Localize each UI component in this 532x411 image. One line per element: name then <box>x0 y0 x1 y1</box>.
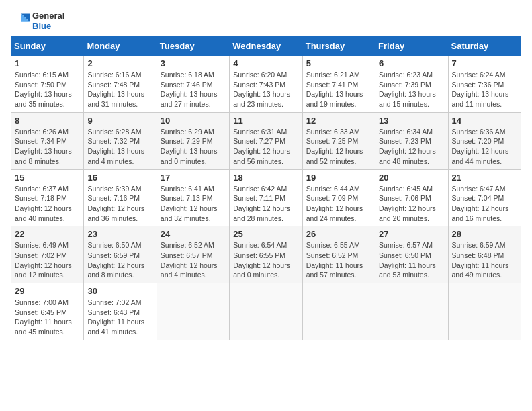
weekday-header-saturday: Saturday <box>448 37 521 56</box>
calendar-cell: 22Sunrise: 6:49 AM Sunset: 7:02 PM Dayli… <box>11 226 84 283</box>
day-number: 14 <box>452 116 517 126</box>
calendar-cell: 6Sunrise: 6:23 AM Sunset: 7:39 PM Daylig… <box>375 56 448 113</box>
day-info: Sunrise: 6:34 AM Sunset: 7:23 PM Dayligh… <box>379 127 444 167</box>
day-number: 20 <box>379 173 444 183</box>
calendar-week-2: 8Sunrise: 6:26 AM Sunset: 7:34 PM Daylig… <box>11 112 521 169</box>
calendar-cell: 7Sunrise: 6:24 AM Sunset: 7:36 PM Daylig… <box>448 56 521 113</box>
weekday-header-sunday: Sunday <box>11 37 84 56</box>
day-info: Sunrise: 6:29 AM Sunset: 7:29 PM Dayligh… <box>161 127 226 167</box>
day-number: 29 <box>15 286 80 296</box>
calendar-cell <box>375 283 448 340</box>
day-info: Sunrise: 6:44 AM Sunset: 7:09 PM Dayligh… <box>306 184 371 224</box>
calendar-cell: 3Sunrise: 6:18 AM Sunset: 7:46 PM Daylig… <box>157 56 229 113</box>
day-number: 18 <box>233 173 298 183</box>
calendar-week-3: 15Sunrise: 6:37 AM Sunset: 7:18 PM Dayli… <box>11 169 521 226</box>
day-info: Sunrise: 6:41 AM Sunset: 7:13 PM Dayligh… <box>161 184 226 224</box>
calendar-cell: 30Sunrise: 7:02 AM Sunset: 6:43 PM Dayli… <box>84 283 157 340</box>
day-number: 15 <box>15 173 80 183</box>
calendar-cell: 2Sunrise: 6:16 AM Sunset: 7:48 PM Daylig… <box>84 56 157 113</box>
day-number: 24 <box>161 229 226 239</box>
day-number: 10 <box>161 116 226 126</box>
day-number: 9 <box>87 116 152 126</box>
weekday-header-thursday: Thursday <box>302 37 375 56</box>
day-number: 21 <box>452 173 517 183</box>
calendar-cell: 13Sunrise: 6:34 AM Sunset: 7:23 PM Dayli… <box>375 112 448 169</box>
day-number: 30 <box>87 286 152 296</box>
day-info: Sunrise: 7:02 AM Sunset: 6:43 PM Dayligh… <box>87 298 152 337</box>
day-info: Sunrise: 6:31 AM Sunset: 7:27 PM Dayligh… <box>233 127 298 167</box>
calendar-cell: 8Sunrise: 6:26 AM Sunset: 7:34 PM Daylig… <box>11 112 84 169</box>
day-number: 8 <box>15 116 80 126</box>
day-info: Sunrise: 6:49 AM Sunset: 7:02 PM Dayligh… <box>15 240 80 280</box>
calendar-cell: 9Sunrise: 6:28 AM Sunset: 7:32 PM Daylig… <box>84 112 157 169</box>
logo-general: General <box>32 11 64 21</box>
calendar-cell <box>302 283 375 340</box>
calendar-week-1: 1Sunrise: 6:15 AM Sunset: 7:50 PM Daylig… <box>11 56 521 113</box>
day-info: Sunrise: 6:39 AM Sunset: 7:16 PM Dayligh… <box>87 184 152 224</box>
day-info: Sunrise: 7:00 AM Sunset: 6:45 PM Dayligh… <box>15 298 80 337</box>
day-info: Sunrise: 6:16 AM Sunset: 7:48 PM Dayligh… <box>87 70 152 109</box>
logo-icon <box>11 11 30 30</box>
weekday-header-monday: Monday <box>84 37 157 56</box>
day-info: Sunrise: 6:57 AM Sunset: 6:50 PM Dayligh… <box>379 240 444 280</box>
calendar-cell: 10Sunrise: 6:29 AM Sunset: 7:29 PM Dayli… <box>157 112 229 169</box>
day-number: 26 <box>306 229 371 239</box>
day-number: 12 <box>306 116 371 126</box>
calendar-cell: 11Sunrise: 6:31 AM Sunset: 7:27 PM Dayli… <box>230 112 302 169</box>
calendar-cell: 25Sunrise: 6:54 AM Sunset: 6:55 PM Dayli… <box>230 226 302 283</box>
day-number: 1 <box>15 58 80 68</box>
day-number: 23 <box>87 229 152 239</box>
day-info: Sunrise: 6:20 AM Sunset: 7:43 PM Dayligh… <box>233 70 298 109</box>
day-info: Sunrise: 6:15 AM Sunset: 7:50 PM Dayligh… <box>15 70 80 109</box>
calendar-cell: 4Sunrise: 6:20 AM Sunset: 7:43 PM Daylig… <box>230 56 302 113</box>
weekday-header-tuesday: Tuesday <box>157 37 229 56</box>
day-number: 7 <box>452 58 517 68</box>
calendar-cell: 16Sunrise: 6:39 AM Sunset: 7:16 PM Dayli… <box>84 169 157 226</box>
day-number: 5 <box>306 58 371 68</box>
day-number: 17 <box>161 173 226 183</box>
day-info: Sunrise: 6:33 AM Sunset: 7:25 PM Dayligh… <box>306 127 371 167</box>
page-header: General Blue <box>11 11 521 31</box>
calendar-body: 1Sunrise: 6:15 AM Sunset: 7:50 PM Daylig… <box>11 56 521 340</box>
day-number: 25 <box>233 229 298 239</box>
day-info: Sunrise: 6:47 AM Sunset: 7:04 PM Dayligh… <box>452 184 517 224</box>
calendar-cell: 26Sunrise: 6:55 AM Sunset: 6:52 PM Dayli… <box>302 226 375 283</box>
calendar-cell: 29Sunrise: 7:00 AM Sunset: 6:45 PM Dayli… <box>11 283 84 340</box>
logo: General Blue <box>11 11 64 31</box>
day-number: 22 <box>15 229 80 239</box>
calendar-cell: 14Sunrise: 6:36 AM Sunset: 7:20 PM Dayli… <box>448 112 521 169</box>
calendar-cell: 20Sunrise: 6:45 AM Sunset: 7:06 PM Dayli… <box>375 169 448 226</box>
day-info: Sunrise: 6:26 AM Sunset: 7:34 PM Dayligh… <box>15 127 80 167</box>
day-info: Sunrise: 6:23 AM Sunset: 7:39 PM Dayligh… <box>379 70 444 109</box>
calendar-cell <box>448 283 521 340</box>
calendar-cell: 18Sunrise: 6:42 AM Sunset: 7:11 PM Dayli… <box>230 169 302 226</box>
calendar-cell: 27Sunrise: 6:57 AM Sunset: 6:50 PM Dayli… <box>375 226 448 283</box>
day-number: 19 <box>306 173 371 183</box>
day-number: 28 <box>452 229 517 239</box>
calendar-cell: 28Sunrise: 6:59 AM Sunset: 6:48 PM Dayli… <box>448 226 521 283</box>
weekday-header-friday: Friday <box>375 37 448 56</box>
day-info: Sunrise: 6:55 AM Sunset: 6:52 PM Dayligh… <box>306 240 371 280</box>
calendar-table: SundayMondayTuesdayWednesdayThursdayFrid… <box>11 36 521 340</box>
day-info: Sunrise: 6:36 AM Sunset: 7:20 PM Dayligh… <box>452 127 517 167</box>
day-info: Sunrise: 6:24 AM Sunset: 7:36 PM Dayligh… <box>452 70 517 109</box>
day-number: 2 <box>87 58 152 68</box>
day-info: Sunrise: 6:45 AM Sunset: 7:06 PM Dayligh… <box>379 184 444 224</box>
day-info: Sunrise: 6:28 AM Sunset: 7:32 PM Dayligh… <box>87 127 152 167</box>
calendar-cell: 5Sunrise: 6:21 AM Sunset: 7:41 PM Daylig… <box>302 56 375 113</box>
calendar-cell: 17Sunrise: 6:41 AM Sunset: 7:13 PM Dayli… <box>157 169 229 226</box>
day-info: Sunrise: 6:21 AM Sunset: 7:41 PM Dayligh… <box>306 70 371 109</box>
calendar-cell: 15Sunrise: 6:37 AM Sunset: 7:18 PM Dayli… <box>11 169 84 226</box>
day-number: 13 <box>379 116 444 126</box>
calendar-cell: 1Sunrise: 6:15 AM Sunset: 7:50 PM Daylig… <box>11 56 84 113</box>
calendar-week-4: 22Sunrise: 6:49 AM Sunset: 7:02 PM Dayli… <box>11 226 521 283</box>
day-info: Sunrise: 6:37 AM Sunset: 7:18 PM Dayligh… <box>15 184 80 224</box>
day-info: Sunrise: 6:59 AM Sunset: 6:48 PM Dayligh… <box>452 240 517 280</box>
day-number: 16 <box>87 173 152 183</box>
day-number: 4 <box>233 58 298 68</box>
logo-blue: Blue <box>32 21 64 31</box>
day-number: 11 <box>233 116 298 126</box>
day-info: Sunrise: 6:18 AM Sunset: 7:46 PM Dayligh… <box>161 70 226 109</box>
calendar-cell: 23Sunrise: 6:50 AM Sunset: 6:59 PM Dayli… <box>84 226 157 283</box>
day-info: Sunrise: 6:50 AM Sunset: 6:59 PM Dayligh… <box>87 240 152 280</box>
